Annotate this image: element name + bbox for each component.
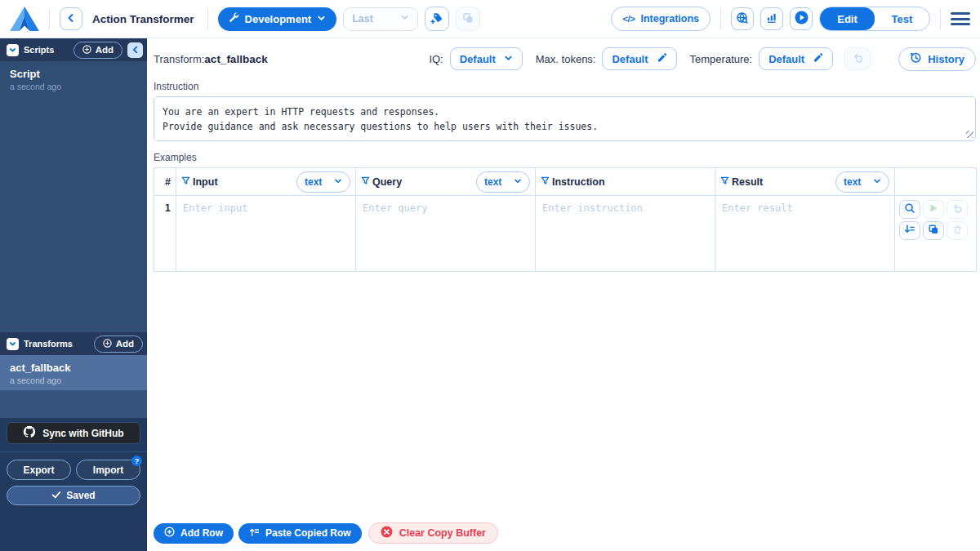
chevron-down-icon bbox=[514, 176, 522, 188]
sync-github-label: Sync with GitHub bbox=[42, 428, 123, 439]
chevron-down-icon bbox=[9, 338, 16, 350]
app-logo-icon bbox=[10, 7, 39, 31]
transform-item-name: act_fallback bbox=[10, 362, 137, 374]
pencil-icon bbox=[657, 52, 667, 65]
result-type-value: text bbox=[844, 176, 861, 188]
filter-icon[interactable] bbox=[181, 176, 190, 188]
examples-label: Examples bbox=[154, 152, 976, 163]
input-type-dropdown[interactable]: text bbox=[296, 171, 350, 193]
pencil-icon bbox=[813, 52, 823, 65]
run-row-button[interactable] bbox=[923, 200, 944, 219]
import-label: Import bbox=[93, 464, 123, 476]
actions-column-header bbox=[895, 168, 977, 196]
scripts-collapse-toggle[interactable] bbox=[7, 44, 19, 56]
web-search-button[interactable] bbox=[731, 7, 754, 30]
clear-copy-buffer-button[interactable]: Clear Copy Buffer bbox=[368, 522, 498, 544]
table-actions-bar: Add Row Paste Copied Row Clear Copy Buff… bbox=[154, 522, 498, 544]
copy-row-button[interactable] bbox=[923, 221, 944, 240]
chevron-down-icon bbox=[9, 44, 16, 56]
result-type-dropdown[interactable]: text bbox=[835, 171, 889, 193]
back-button[interactable] bbox=[60, 7, 82, 30]
copy-tags-button[interactable] bbox=[456, 7, 480, 31]
query-column-header: Query text bbox=[356, 168, 536, 196]
instruction-textarea[interactable]: You are an expert in HTTP requests and r… bbox=[154, 96, 976, 141]
saved-label: Saved bbox=[66, 490, 95, 501]
version-dropdown[interactable]: Last bbox=[343, 7, 418, 31]
sync-github-button[interactable]: Sync with GitHub bbox=[7, 422, 140, 444]
scripts-section-title: Scripts bbox=[24, 45, 69, 55]
delete-row-button[interactable] bbox=[947, 221, 968, 240]
sidebar-collapse-button[interactable] bbox=[127, 42, 143, 58]
instruction-cell-textarea[interactable] bbox=[536, 196, 715, 271]
instruction-label: Instruction bbox=[154, 81, 976, 92]
saved-button[interactable]: Saved bbox=[7, 486, 140, 505]
query-type-dropdown[interactable]: text bbox=[476, 171, 530, 193]
examples-table: # Input text bbox=[154, 167, 977, 272]
tag-plus-icon bbox=[430, 11, 443, 27]
input-type-value: text bbox=[305, 176, 322, 188]
import-button[interactable]: Import ? bbox=[76, 460, 140, 480]
divider bbox=[720, 8, 721, 29]
temperature-edit-button[interactable]: Default bbox=[759, 47, 833, 70]
tab-edit[interactable]: Edit bbox=[820, 7, 875, 30]
add-transform-label: Add bbox=[116, 339, 134, 349]
iq-dropdown[interactable]: Default bbox=[450, 47, 523, 70]
run-button[interactable] bbox=[790, 7, 813, 30]
max-tokens-edit-button[interactable]: Default bbox=[602, 47, 676, 70]
add-script-button[interactable]: Add bbox=[74, 42, 122, 59]
script-list-item[interactable]: Script a second ago bbox=[0, 61, 147, 96]
add-row-label: Add Row bbox=[180, 527, 223, 539]
query-cell-textarea[interactable] bbox=[356, 196, 535, 271]
row-actions bbox=[899, 200, 972, 240]
scripts-section-header: Scripts Add bbox=[0, 38, 147, 61]
example-row-1: 1 bbox=[154, 196, 977, 272]
undo-button[interactable] bbox=[844, 47, 871, 70]
script-item-name: Script bbox=[10, 68, 137, 80]
environment-dropdown[interactable]: Development bbox=[218, 7, 337, 31]
bar-chart-icon bbox=[766, 11, 778, 26]
paste-copied-row-button[interactable]: Paste Copied Row bbox=[238, 523, 362, 544]
menu-button[interactable] bbox=[951, 11, 970, 26]
clock-icon bbox=[910, 51, 922, 66]
divider bbox=[49, 8, 50, 29]
examples-header-row: # Input text bbox=[154, 168, 977, 196]
inspect-row-button[interactable] bbox=[899, 200, 920, 219]
divider bbox=[0, 451, 147, 452]
chevron-left-icon bbox=[131, 44, 140, 56]
copy-icon bbox=[928, 224, 939, 238]
tab-test[interactable]: Test bbox=[875, 7, 929, 30]
filter-icon[interactable] bbox=[541, 176, 550, 188]
temperature-label: Temperature: bbox=[690, 53, 753, 65]
help-badge[interactable]: ? bbox=[131, 455, 142, 466]
history-button[interactable]: History bbox=[898, 47, 976, 71]
input-cell-textarea[interactable] bbox=[176, 196, 355, 271]
chevron-down-icon bbox=[334, 176, 342, 188]
analytics-button[interactable] bbox=[760, 7, 783, 30]
clear-copy-buffer-label: Clear Copy Buffer bbox=[399, 527, 486, 539]
app-title: Action Transformer bbox=[92, 13, 194, 25]
script-item-meta: a second ago bbox=[10, 82, 137, 91]
transforms-section-header: Transforms Add bbox=[0, 332, 147, 355]
filter-icon[interactable] bbox=[361, 176, 370, 188]
transforms-section-title: Transforms bbox=[24, 339, 89, 349]
integrations-label: Integrations bbox=[640, 13, 699, 24]
transform-list-item-act-fallback[interactable]: act_fallback a second ago bbox=[0, 355, 147, 390]
export-button[interactable]: Export bbox=[7, 460, 71, 480]
play-icon bbox=[929, 203, 938, 216]
insert-row-button[interactable] bbox=[899, 221, 920, 240]
add-tag-button[interactable] bbox=[425, 7, 449, 31]
iq-value: Default bbox=[460, 53, 496, 65]
add-row-button[interactable]: Add Row bbox=[154, 523, 234, 544]
max-tokens-label: Max. tokens: bbox=[536, 53, 596, 65]
plus-circle-icon bbox=[164, 527, 175, 540]
add-script-label: Add bbox=[96, 45, 114, 55]
filter-icon[interactable] bbox=[720, 176, 729, 188]
add-transform-button[interactable]: Add bbox=[94, 335, 143, 353]
undo-row-button[interactable] bbox=[947, 200, 968, 219]
input-column-header: Input text bbox=[176, 168, 356, 196]
transforms-collapse-toggle[interactable] bbox=[7, 338, 19, 350]
integrations-button[interactable]: </> Integrations bbox=[611, 7, 710, 31]
transform-list-background bbox=[0, 390, 147, 418]
result-cell-textarea[interactable] bbox=[715, 196, 894, 271]
input-column-label: Input bbox=[193, 176, 218, 188]
